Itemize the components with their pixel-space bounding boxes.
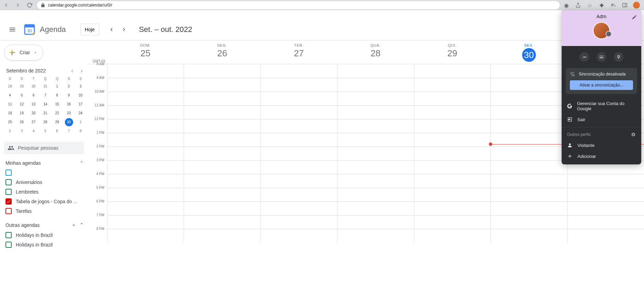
calendar-checkbox[interactable] [5,189,12,195]
mini-cal-day[interactable]: 6 [53,127,61,135]
add-calendar-button[interactable]: ＋ [71,222,76,228]
time-cell[interactable] [337,78,414,92]
time-cell[interactable] [107,92,184,105]
time-cell[interactable] [107,229,184,243]
mini-cal-day[interactable]: 25 [6,118,14,126]
time-cell[interactable] [491,133,567,147]
time-cell[interactable] [107,133,184,147]
mini-cal-day[interactable]: 30 [30,82,38,91]
time-cell[interactable] [184,188,260,201]
time-cell[interactable] [261,229,337,243]
time-cell[interactable] [184,78,260,92]
mini-cal-day[interactable]: 15 [53,100,61,108]
mini-cal-day[interactable]: 30 [65,118,73,126]
day-column-header[interactable]: DOM.25 [107,41,184,64]
mini-cal-day[interactable]: 22 [53,109,61,117]
signout-button[interactable]: Sair [562,114,641,125]
time-cell[interactable] [414,147,491,160]
time-cell[interactable] [337,201,414,215]
time-cell[interactable] [337,64,414,78]
mini-cal-day[interactable]: 4 [30,127,38,135]
share-icon[interactable] [575,2,582,9]
time-cell[interactable] [107,119,184,133]
time-cell[interactable] [491,229,567,243]
time-cell[interactable] [261,119,337,133]
day-column-header[interactable]: TER.27 [261,41,337,64]
mini-cal-day[interactable]: 31 [41,82,49,91]
calendar-checkbox[interactable] [5,170,12,176]
time-cell[interactable] [567,229,644,243]
mini-cal-day[interactable]: 19 [18,109,26,117]
time-cell[interactable] [184,215,260,229]
mini-cal-day[interactable]: 1 [53,82,61,91]
calendar-checkbox[interactable] [5,208,12,214]
time-cell[interactable] [337,133,414,147]
time-cell[interactable] [491,201,567,215]
time-cell[interactable] [491,105,567,119]
mini-cal-day[interactable]: 3 [18,127,26,135]
time-cell[interactable] [491,160,567,174]
playlist-icon[interactable] [610,2,617,9]
time-cell[interactable] [491,174,567,188]
time-cell[interactable] [261,147,337,160]
mini-cal-day[interactable]: 7 [65,127,73,135]
time-cell[interactable] [184,147,260,160]
mini-cal-day[interactable]: 21 [41,109,49,117]
time-cell[interactable] [414,229,491,243]
time-cell[interactable] [107,147,184,160]
mini-cal-day[interactable]: 5 [18,91,26,100]
mini-cal-day[interactable]: 26 [18,118,26,126]
guest-profile-button[interactable]: Visitante [562,140,641,151]
time-cell[interactable] [337,229,414,243]
mini-cal-day[interactable]: 14 [41,100,49,108]
time-cell[interactable] [107,188,184,201]
calendar-row[interactable]: Holidays in Brazil [4,240,87,250]
time-cell[interactable] [107,215,184,229]
day-column-header[interactable]: SEX.30 [491,41,567,64]
mini-cal-day[interactable]: 28 [6,82,14,91]
time-cell[interactable] [261,188,337,201]
card-icon[interactable] [597,52,606,62]
time-cell[interactable] [337,215,414,229]
mini-cal-prev[interactable]: ‹ [69,68,76,73]
time-cell[interactable] [184,64,260,78]
mini-cal-day[interactable]: 9 [65,91,73,100]
time-cell[interactable] [107,174,184,188]
time-cell[interactable] [414,119,491,133]
calendar-checkbox[interactable] [5,232,12,238]
calendar-row[interactable]: Tarefas [4,206,87,216]
gear-icon[interactable] [631,132,636,137]
time-cell[interactable] [261,201,337,215]
time-cell[interactable] [491,78,567,92]
mini-cal-next[interactable]: › [78,68,85,73]
add-profile-button[interactable]: Adicionar [562,151,641,162]
time-cell[interactable] [491,188,567,201]
time-cell[interactable] [337,147,414,160]
address-bar[interactable]: calendar.google.com/calendar/u/0/r [37,1,560,9]
reload-button[interactable] [25,1,34,9]
calendar-row[interactable]: Lembretes [4,187,87,197]
time-cell[interactable] [184,174,260,188]
time-cell[interactable] [107,160,184,174]
prev-week-button[interactable] [106,24,117,35]
time-cell[interactable] [261,174,337,188]
time-cell[interactable] [261,160,337,174]
mini-cal-day[interactable]: 8 [77,127,85,135]
mini-cal-day[interactable]: 8 [53,91,61,100]
panel-icon[interactable] [621,2,628,9]
menu-button[interactable] [5,23,19,36]
time-cell[interactable] [491,147,567,160]
time-cell[interactable] [491,64,567,78]
time-cell[interactable] [184,105,260,119]
mini-cal-day[interactable]: 3 [77,82,85,91]
time-cell[interactable] [261,215,337,229]
mini-cal-day[interactable]: 20 [30,109,38,117]
day-column-header[interactable]: QUA.28 [337,41,414,64]
calendar-checkbox[interactable] [5,179,12,185]
time-cell[interactable] [414,160,491,174]
mini-cal-day[interactable]: 27 [30,118,38,126]
time-cell[interactable] [491,215,567,229]
time-cell[interactable] [261,133,337,147]
today-button[interactable]: Hoje [80,24,99,35]
mini-cal-day[interactable]: 12 [18,100,26,108]
